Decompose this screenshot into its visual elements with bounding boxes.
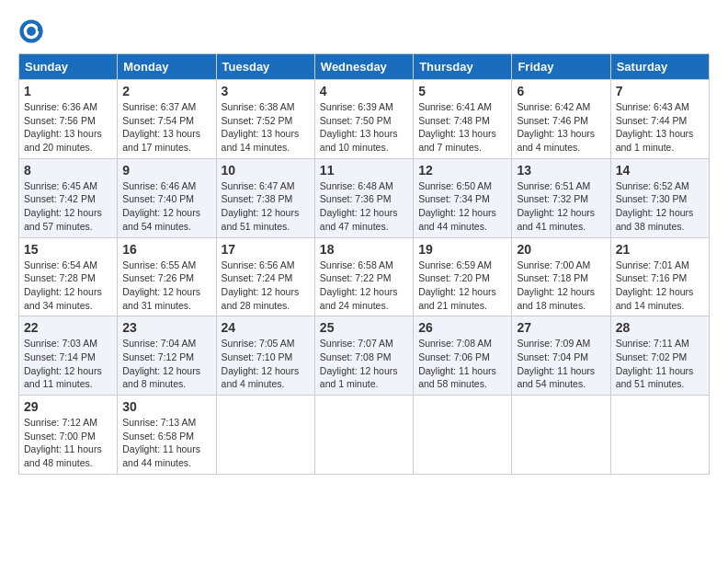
day-number: 6: [517, 84, 605, 98]
sunrise-info: Sunrise: 6:45 AM: [24, 180, 97, 191]
sunrise-info: Sunrise: 6:38 AM: [222, 101, 295, 112]
sunset-info: Sunset: 7:16 PM: [616, 272, 688, 283]
weekday-header-wednesday: Wednesday: [314, 54, 413, 80]
daylight-info: Daylight: 11 hours and 44 minutes.: [122, 443, 200, 468]
calendar-cell: 25 Sunrise: 7:07 AM Sunset: 7:08 PM Dayl…: [314, 316, 413, 396]
sunrise-info: Sunrise: 7:04 AM: [122, 338, 196, 349]
sunset-info: Sunset: 7:10 PM: [222, 351, 293, 362]
weekday-header-monday: Monday: [118, 54, 216, 80]
sunrise-info: Sunrise: 7:08 AM: [418, 338, 492, 349]
sunrise-info: Sunrise: 7:05 AM: [222, 338, 295, 349]
sunrise-info: Sunrise: 6:48 AM: [320, 180, 393, 191]
sunrise-info: Sunrise: 6:36 AM: [24, 101, 97, 112]
day-number: 7: [616, 84, 704, 98]
daylight-info: Daylight: 13 hours and 20 minutes.: [24, 128, 102, 153]
day-number: 13: [517, 163, 605, 178]
sunrise-info: Sunrise: 6:54 AM: [24, 259, 97, 270]
day-number: 28: [616, 320, 704, 335]
calendar-cell: 13 Sunrise: 6:51 AM Sunset: 7:32 PM Dayl…: [512, 158, 610, 237]
svg-point-2: [27, 27, 36, 36]
sunset-info: Sunset: 7:30 PM: [616, 193, 688, 204]
day-number: 14: [616, 163, 704, 178]
daylight-info: Daylight: 11 hours and 54 minutes.: [517, 365, 595, 390]
sunrise-info: Sunrise: 6:50 AM: [418, 180, 492, 191]
day-number: 12: [418, 163, 506, 178]
calendar-week-1: 1 Sunrise: 6:36 AM Sunset: 7:56 PM Dayli…: [19, 80, 710, 159]
day-number: 16: [122, 242, 210, 257]
day-number: 20: [517, 242, 605, 257]
sunset-info: Sunset: 7:44 PM: [616, 115, 688, 126]
daylight-info: Daylight: 12 hours and 57 minutes.: [24, 207, 102, 232]
calendar-cell: 29 Sunrise: 7:12 AM Sunset: 7:00 PM Dayl…: [19, 396, 118, 475]
weekday-header-saturday: Saturday: [610, 54, 709, 80]
day-number: 17: [222, 242, 310, 257]
calendar-cell: 24 Sunrise: 7:05 AM Sunset: 7:10 PM Dayl…: [216, 316, 314, 396]
sunrise-info: Sunrise: 7:00 AM: [517, 259, 590, 270]
daylight-info: Daylight: 13 hours and 14 minutes.: [222, 128, 300, 153]
calendar-cell: [216, 396, 314, 475]
day-number: 10: [222, 163, 310, 178]
day-number: 30: [122, 399, 210, 414]
sunset-info: Sunset: 7:42 PM: [24, 193, 96, 204]
day-number: 9: [122, 163, 210, 178]
calendar-cell: 10 Sunrise: 6:47 AM Sunset: 7:38 PM Dayl…: [216, 158, 314, 237]
sunrise-info: Sunrise: 7:01 AM: [616, 259, 689, 270]
calendar-cell: 11 Sunrise: 6:48 AM Sunset: 7:36 PM Dayl…: [314, 158, 413, 237]
day-number: 22: [24, 320, 112, 335]
sunset-info: Sunset: 7:50 PM: [320, 115, 392, 126]
calendar-cell: 27 Sunrise: 7:09 AM Sunset: 7:04 PM Dayl…: [512, 316, 610, 396]
calendar-cell: 8 Sunrise: 6:45 AM Sunset: 7:42 PM Dayli…: [19, 158, 118, 237]
sunset-info: Sunset: 7:12 PM: [122, 351, 194, 362]
daylight-info: Daylight: 12 hours and 41 minutes.: [517, 207, 595, 232]
sunset-info: Sunset: 7:20 PM: [418, 272, 490, 283]
day-number: 11: [320, 163, 408, 178]
day-number: 24: [222, 320, 310, 335]
calendar-week-2: 8 Sunrise: 6:45 AM Sunset: 7:42 PM Dayli…: [19, 158, 710, 237]
sunset-info: Sunset: 7:14 PM: [24, 351, 96, 362]
sunset-info: Sunset: 7:56 PM: [24, 115, 96, 126]
daylight-info: Daylight: 12 hours and 1 minute.: [320, 365, 398, 390]
day-number: 8: [24, 163, 112, 178]
daylight-info: Daylight: 13 hours and 4 minutes.: [517, 128, 595, 153]
daylight-info: Daylight: 11 hours and 51 minutes.: [616, 365, 694, 390]
sunrise-info: Sunrise: 6:59 AM: [418, 259, 492, 270]
sunrise-info: Sunrise: 6:58 AM: [320, 259, 393, 270]
calendar-cell: 6 Sunrise: 6:42 AM Sunset: 7:46 PM Dayli…: [512, 80, 610, 159]
calendar-cell: 4 Sunrise: 6:39 AM Sunset: 7:50 PM Dayli…: [314, 80, 413, 159]
sunset-info: Sunset: 7:28 PM: [24, 272, 96, 283]
sunrise-info: Sunrise: 6:51 AM: [517, 180, 590, 191]
sunset-info: Sunset: 6:58 PM: [122, 431, 194, 442]
weekday-header-thursday: Thursday: [414, 54, 512, 80]
sunrise-info: Sunrise: 6:55 AM: [122, 259, 196, 270]
calendar-cell: 19 Sunrise: 6:59 AM Sunset: 7:20 PM Dayl…: [414, 237, 512, 316]
sunrise-info: Sunrise: 6:46 AM: [122, 180, 196, 191]
sunset-info: Sunset: 7:32 PM: [517, 193, 588, 204]
sunset-info: Sunset: 7:26 PM: [122, 272, 194, 283]
calendar-cell: 2 Sunrise: 6:37 AM Sunset: 7:54 PM Dayli…: [118, 80, 216, 159]
daylight-info: Daylight: 12 hours and 18 minutes.: [517, 286, 595, 311]
daylight-info: Daylight: 12 hours and 11 minutes.: [24, 365, 102, 390]
daylight-info: Daylight: 13 hours and 7 minutes.: [418, 128, 496, 153]
day-number: 2: [122, 84, 210, 98]
calendar-cell: 23 Sunrise: 7:04 AM Sunset: 7:12 PM Dayl…: [118, 316, 216, 396]
calendar-cell: 7 Sunrise: 6:43 AM Sunset: 7:44 PM Dayli…: [610, 80, 709, 159]
daylight-info: Daylight: 12 hours and 24 minutes.: [320, 286, 398, 311]
day-number: 18: [320, 242, 408, 257]
logo: [18, 18, 46, 44]
sunrise-info: Sunrise: 7:03 AM: [24, 338, 97, 349]
calendar-cell: 9 Sunrise: 6:46 AM Sunset: 7:40 PM Dayli…: [118, 158, 216, 237]
sunset-info: Sunset: 7:48 PM: [418, 115, 490, 126]
calendar-cell: 12 Sunrise: 6:50 AM Sunset: 7:34 PM Dayl…: [414, 158, 512, 237]
logo-icon: [18, 18, 44, 44]
daylight-info: Daylight: 12 hours and 51 minutes.: [222, 207, 300, 232]
calendar-cell: 14 Sunrise: 6:52 AM Sunset: 7:30 PM Dayl…: [610, 158, 709, 237]
sunrise-info: Sunrise: 6:52 AM: [616, 180, 689, 191]
calendar-cell: 15 Sunrise: 6:54 AM Sunset: 7:28 PM Dayl…: [19, 237, 118, 316]
calendar-cell: [314, 396, 413, 475]
daylight-info: Daylight: 12 hours and 8 minutes.: [122, 365, 200, 390]
day-number: 29: [24, 399, 112, 414]
sunset-info: Sunset: 7:04 PM: [517, 351, 588, 362]
daylight-info: Daylight: 11 hours and 58 minutes.: [418, 365, 496, 390]
sunset-info: Sunset: 7:54 PM: [122, 115, 194, 126]
sunrise-info: Sunrise: 6:47 AM: [222, 180, 295, 191]
